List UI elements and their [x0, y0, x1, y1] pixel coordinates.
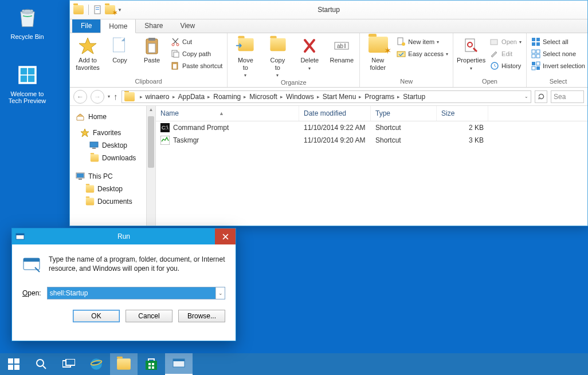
svg-rect-24 — [397, 52, 405, 57]
copy-button[interactable]: Copy — [105, 37, 134, 64]
taskbar-ie[interactable] — [83, 353, 110, 375]
new-folder-button[interactable]: ✶New folder — [363, 37, 392, 71]
chevron-icon[interactable]: ▸ — [394, 94, 403, 100]
cancel-button[interactable]: Cancel — [126, 310, 173, 322]
taskbar-run[interactable] — [165, 353, 193, 375]
scrollbar-thumb[interactable] — [148, 116, 154, 168]
open-input[interactable] — [48, 287, 215, 299]
sidebar-item-documents[interactable]: Documents — [72, 195, 153, 208]
tab-view[interactable]: View — [171, 18, 203, 33]
column-size[interactable]: Size — [437, 106, 488, 121]
dropdown-button[interactable]: ⌄ — [215, 287, 225, 299]
start-button[interactable] — [0, 353, 28, 375]
properties-icon[interactable] — [93, 5, 103, 14]
breadcrumb-item[interactable]: Roaming — [213, 93, 241, 101]
ie-icon — [89, 357, 104, 372]
search-input[interactable]: Sea — [551, 90, 584, 103]
column-date[interactable]: Date modified — [299, 106, 371, 121]
history-button[interactable]: History — [489, 61, 523, 71]
file-name: Command Prompt — [173, 124, 229, 132]
tab-home[interactable]: Home — [100, 19, 136, 33]
properties-button[interactable]: Properties▾ — [457, 37, 485, 71]
copy-to-button[interactable]: Copy to▾ — [263, 37, 292, 78]
open-combobox[interactable]: ⌄ — [47, 287, 225, 299]
sidebar-item-downloads[interactable]: Downloads — [72, 152, 153, 164]
sidebar-scrollbar[interactable]: ▲ — [146, 106, 155, 226]
breadcrumb-item[interactable]: Startup — [403, 93, 425, 101]
sidebar-item-desktop[interactable]: Desktop — [72, 139, 153, 152]
refresh-button[interactable] — [535, 90, 547, 103]
add-to-favorites-button[interactable]: Add to favorites — [73, 37, 102, 71]
taskbar-explorer[interactable] — [110, 353, 138, 375]
chevron-icon[interactable]: ▸ — [170, 94, 178, 100]
new-folder-icon[interactable]: ✶ — [105, 5, 115, 14]
delete-button[interactable]: Delete▾ — [295, 37, 324, 71]
label: Cut — [182, 38, 192, 45]
desktop-icon-recycle-bin[interactable]: Recycle Bin — [6, 6, 49, 40]
table-row[interactable]: C:\Command Prompt 11/10/2014 9:22 AM Sho… — [156, 121, 587, 134]
rename-button[interactable]: abRename — [327, 37, 356, 64]
chevron-icon[interactable]: ▸ — [356, 94, 364, 100]
tab-share[interactable]: Share — [136, 18, 171, 33]
desktop-icon-welcome[interactable]: Welcome to Tech Preview — [6, 63, 49, 104]
tab-file[interactable]: File — [72, 18, 100, 33]
breadcrumb-item[interactable]: AppData — [178, 93, 205, 101]
ribbon-group-clipboard: Add to favorites Copy Paste Cut Copy pat… — [70, 33, 228, 87]
close-button[interactable] — [215, 228, 236, 244]
sidebar-item-favorites[interactable]: Favorites — [72, 127, 153, 139]
chevron-icon[interactable]: ▸ — [277, 94, 286, 100]
svg-rect-38 — [536, 66, 540, 70]
chevron-icon[interactable]: ▸ — [241, 94, 249, 100]
desktop-icon-label: Welcome to Tech Preview — [6, 90, 49, 104]
file-list: Name▲ Date modified Type Size C:\Command… — [156, 106, 587, 226]
browse-button[interactable]: Browse... — [178, 310, 225, 322]
breadcrumb[interactable]: ▸ winaero▸ AppData▸ Roaming▸ Microsoft▸ … — [121, 90, 532, 103]
select-all-button[interactable]: Select all — [530, 37, 586, 47]
qat-dropdown-icon[interactable]: ▼ — [117, 7, 122, 13]
run-titlebar[interactable]: Run — [12, 228, 236, 244]
svg-rect-30 — [536, 38, 540, 41]
new-item-button[interactable]: New item ▾ — [395, 37, 449, 47]
run-app-icon — [15, 232, 25, 241]
column-name[interactable]: Name▲ — [156, 106, 299, 121]
invert-selection-button[interactable]: Invert selection — [530, 61, 586, 71]
paste-button[interactable]: Paste — [138, 37, 166, 64]
ok-button[interactable]: OK — [73, 310, 120, 322]
open-button[interactable]: Open ▾ — [489, 37, 523, 47]
chevron-icon[interactable]: ▸ — [314, 94, 323, 100]
sidebar-item-desktop-pc[interactable]: Desktop — [72, 183, 153, 195]
chevron-icon[interactable]: ▸ — [205, 94, 213, 100]
select-none-button[interactable]: Select none — [530, 49, 586, 59]
search-button[interactable] — [28, 353, 55, 375]
breadcrumb-item[interactable]: Windows — [286, 93, 314, 101]
recent-dropdown-icon[interactable]: ▾ — [108, 94, 110, 99]
explorer-titlebar[interactable]: ✶ ▼ Startup — [70, 1, 587, 19]
chevron-icon[interactable]: ▸ — [137, 94, 146, 100]
up-button[interactable]: ↑ — [113, 92, 118, 101]
edit-button[interactable]: Edit — [489, 49, 523, 59]
forward-button[interactable]: → — [91, 90, 104, 104]
cut-button[interactable]: Cut — [170, 37, 224, 47]
move-to-button[interactable]: ➜Move to▾ — [231, 37, 260, 78]
breadcrumb-item[interactable]: winaero — [146, 93, 170, 101]
taskbar-store[interactable] — [138, 353, 165, 375]
paste-shortcut-button[interactable]: Paste shortcut — [170, 61, 224, 71]
taskview-button[interactable] — [55, 353, 83, 375]
breadcrumb-item[interactable]: Microsoft — [249, 93, 277, 101]
sidebar-item-home[interactable]: Home — [72, 110, 153, 123]
file-size: 3 KB — [437, 135, 488, 146]
svg-rect-32 — [536, 42, 540, 46]
address-dropdown-icon[interactable]: ⌄ — [524, 94, 528, 99]
easy-access-button[interactable]: Easy access ▾ — [395, 49, 449, 59]
breadcrumb-item[interactable]: Programs — [364, 93, 394, 101]
ribbon: Add to favorites Copy Paste Cut Copy pat… — [70, 33, 587, 88]
column-type[interactable]: Type — [371, 106, 437, 121]
table-row[interactable]: Taskmgr 11/10/2014 9:20 AM Shortcut 3 KB — [156, 134, 587, 147]
sidebar-item-thispc[interactable]: This PC — [72, 170, 153, 183]
svg-rect-25 — [465, 39, 475, 52]
breadcrumb-item[interactable]: Start Menu — [323, 93, 356, 101]
star-icon — [80, 128, 89, 137]
back-button[interactable]: ← — [73, 90, 87, 104]
copy-path-button[interactable]: Copy path — [170, 49, 224, 59]
label: Move to — [238, 57, 253, 71]
